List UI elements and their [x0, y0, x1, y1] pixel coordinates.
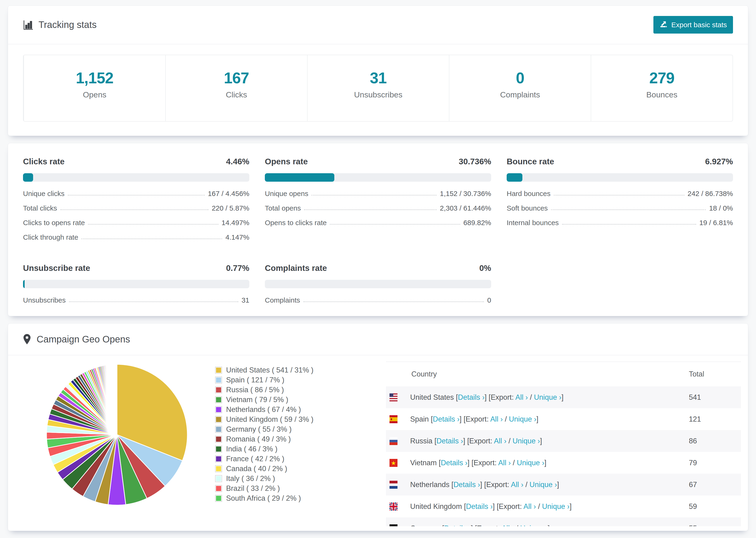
summary-value: 0: [516, 69, 524, 87]
legend-label: Germany ( 55 / 3% ): [226, 425, 292, 434]
stat-value: 167 / 4.456%: [208, 190, 249, 198]
table-row: United Kingdom [Details ›] [Export: All …: [386, 496, 741, 517]
geo-pie-chart: [44, 361, 190, 508]
country-name: Germany: [410, 524, 440, 526]
rate-value: 0.77%: [226, 263, 249, 273]
export-all-link[interactable]: All ›: [502, 524, 514, 526]
export-all-link[interactable]: All ›: [494, 437, 507, 445]
stat-value: 0: [487, 296, 491, 304]
export-all-link[interactable]: All ›: [515, 393, 528, 402]
rate-title: Opens rate: [265, 157, 308, 166]
legend-label: Romania ( 49 / 3% ): [226, 435, 291, 443]
legend-label: Vietnam ( 79 / 5% ): [226, 396, 288, 404]
country-name: Spain: [410, 415, 429, 423]
summary-label: Complaints: [500, 90, 540, 99]
stat-row: Unsubscribes 31: [23, 293, 249, 307]
flag-ru-icon: [390, 437, 398, 445]
export-all-link[interactable]: All ›: [523, 502, 536, 511]
legend-swatch: [215, 495, 222, 502]
total-value: 541: [689, 393, 741, 402]
rate-title: Bounce rate: [507, 157, 554, 166]
table-row: Germany [Details ›] [Export: All › / Uni…: [386, 517, 741, 526]
dotted-leader: [330, 224, 460, 225]
legend-label: South Africa ( 29 / 2% ): [226, 494, 301, 503]
summary-value: 1,152: [76, 69, 113, 87]
stat-row: Total clicks 220 / 5.87%: [23, 201, 249, 215]
details-link[interactable]: Details ›: [436, 437, 463, 445]
export-unique-link[interactable]: Unique ›: [542, 502, 569, 511]
dotted-leader: [304, 209, 436, 210]
legend-item: Brazil ( 33 / 2% ): [215, 484, 313, 493]
bar-chart-icon: [23, 20, 33, 30]
details-link[interactable]: Details ›: [466, 502, 493, 511]
legend-swatch: [215, 396, 222, 403]
map-pin-icon: [23, 334, 31, 345]
export-unique-link[interactable]: Unique ›: [513, 437, 540, 445]
stat-label: Soft bounces: [507, 204, 548, 212]
stat-label: Total clicks: [23, 204, 57, 212]
legend-label: Italy ( 36 / 2% ): [226, 474, 275, 483]
stat-label: Clicks to opens rate: [23, 219, 85, 227]
page-title: Tracking stats: [38, 20, 96, 30]
legend-label: United Kingdom ( 59 / 3% ): [226, 415, 313, 424]
export-all-link[interactable]: All ›: [511, 480, 523, 489]
legend-item: Netherlands ( 67 / 4% ): [215, 405, 313, 414]
stat-value: 31: [242, 296, 249, 304]
legend-item: Italy ( 36 / 2% ): [215, 474, 313, 484]
rate-value: 30.736%: [459, 157, 491, 166]
tracking-stats-header: Tracking stats Export basic stats: [8, 6, 748, 44]
section-title: Campaign Geo Opens: [37, 334, 130, 345]
legend-item: United States ( 541 / 31% ): [215, 365, 313, 375]
stat-value: 220 / 5.87%: [212, 204, 249, 212]
summary-box: 31 Unsubscribes: [307, 55, 449, 121]
stat-value: 4.147%: [225, 233, 249, 241]
legend-item: Germany ( 55 / 3% ): [215, 424, 313, 434]
geo-opens-header: Campaign Geo Opens: [8, 323, 748, 355]
summary-label: Unsubscribes: [354, 90, 403, 99]
legend-swatch: [215, 406, 222, 413]
legend-item: Romania ( 49 / 3% ): [215, 434, 313, 444]
export-icon: [660, 20, 668, 29]
dotted-leader: [69, 301, 238, 302]
export-unique-link[interactable]: Unique ›: [517, 459, 544, 467]
legend-swatch: [215, 456, 222, 462]
export-unique-link[interactable]: Unique ›: [529, 480, 557, 489]
dotted-leader: [60, 209, 208, 210]
summary-box: 167 Clicks: [165, 55, 307, 121]
country-name: Netherlands: [410, 480, 449, 489]
export-basic-stats-button[interactable]: Export basic stats: [653, 16, 733, 33]
stat-row: Total opens 2,303 / 61.446%: [265, 201, 491, 215]
dotted-leader: [68, 195, 204, 195]
table-row: Vietnam [Details ›] [Export: All › / Uni…: [386, 452, 741, 474]
details-link[interactable]: Details ›: [433, 415, 460, 423]
flag-us-icon: [390, 394, 398, 402]
details-link[interactable]: Details ›: [444, 524, 471, 526]
summary-label: Opens: [83, 90, 106, 99]
rate-title: Complaints rate: [265, 263, 327, 273]
country-name: United States: [410, 393, 454, 402]
stat-label: Internal bounces: [507, 219, 559, 227]
summary-label: Clicks: [226, 90, 247, 99]
export-all-link[interactable]: All ›: [490, 415, 503, 423]
legend-label: Spain ( 121 / 7% ): [226, 376, 284, 384]
export-unique-link[interactable]: Unique ›: [509, 415, 536, 423]
export-all-link[interactable]: All ›: [498, 459, 511, 467]
dotted-leader: [554, 195, 684, 195]
country-name: Vietnam: [410, 459, 437, 467]
summary-box: 1,152 Opens: [24, 55, 165, 121]
summary-boxes: 1,152 Opens 167 Clicks 31 Unsubscribes 0…: [23, 55, 733, 122]
details-link[interactable]: Details ›: [453, 480, 480, 489]
country-name: Russia: [410, 437, 432, 445]
rate-value: 0%: [479, 263, 491, 273]
flag-nl-icon: [390, 481, 398, 489]
details-link[interactable]: Details ›: [441, 459, 467, 467]
stat-value: 19 / 6.81%: [699, 219, 733, 227]
stat-row: Complaints 0: [265, 293, 491, 307]
table-row: Russia [Details ›] [Export: All › / Uniq…: [386, 430, 741, 452]
export-unique-link[interactable]: Unique ›: [534, 393, 561, 402]
bounce-rate-progressbar: [507, 173, 733, 182]
export-unique-link[interactable]: Unique ›: [520, 524, 548, 526]
total-value: 55: [689, 524, 741, 526]
geo-table: Country Total United States [Details ›] …: [386, 361, 741, 526]
details-link[interactable]: Details ›: [458, 393, 485, 402]
